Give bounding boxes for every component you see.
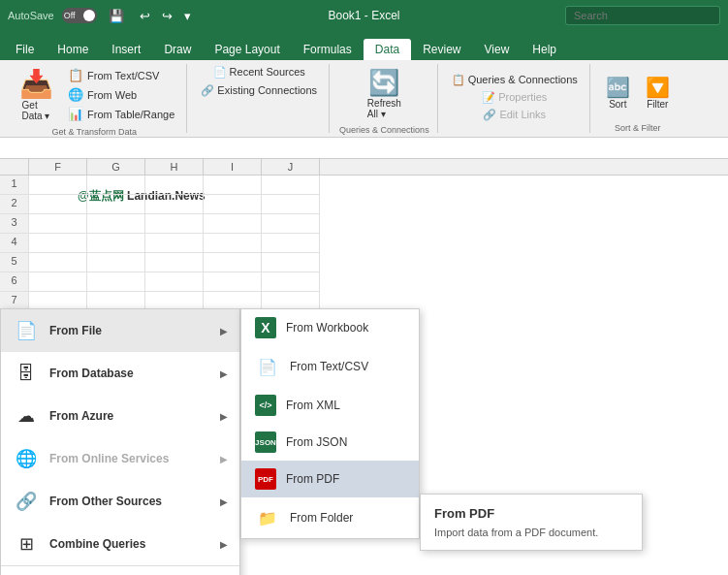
grid-cell-r3c3[interactable]	[204, 214, 262, 234]
grid-cell-r5c1[interactable]	[87, 253, 145, 272]
row-num-3: 3	[0, 214, 29, 234]
grid-cell-r2c2[interactable]	[145, 195, 204, 214]
save-button[interactable]: 💾	[105, 7, 128, 25]
col-header-g[interactable]: G	[87, 159, 145, 175]
grid-cell-r2c0[interactable]	[29, 195, 87, 214]
grid-cell-r4c1[interactable]	[87, 234, 145, 253]
undo-button[interactable]: ↩	[136, 7, 154, 25]
grid-cell-r4c2[interactable]	[145, 234, 204, 253]
grid-cell-r1c3[interactable]	[204, 176, 262, 195]
tab-review[interactable]: Review	[411, 39, 472, 60]
grid-cell-r3c1[interactable]	[87, 214, 145, 234]
submenu-from-workbook[interactable]: X From Workbook	[241, 309, 419, 346]
sort-az-button[interactable]: 🔤 Sort	[600, 72, 636, 113]
from-workbook-icon: X	[255, 317, 276, 338]
tab-home[interactable]: Home	[46, 39, 100, 60]
grid-cell-r4c0[interactable]	[29, 234, 87, 253]
grid-cell-r3c0[interactable]	[29, 214, 87, 234]
submenu-from-text-csv[interactable]: 📄 From Text/CSV	[241, 346, 419, 387]
grid-cell-r3c4[interactable]	[262, 214, 320, 234]
redo-button[interactable]: ↪	[158, 7, 176, 25]
recent-sources-btn[interactable]: 📄 Recent Sources	[209, 64, 309, 80]
filter-icon: 🔽	[646, 76, 670, 99]
menu-item-from-database[interactable]: 🗄 From Database ▶	[1, 352, 239, 395]
filter-button[interactable]: 🔽 Filter	[640, 72, 676, 113]
submenu-from-json[interactable]: JSON From JSON	[241, 424, 419, 461]
grid-cell-r4c3[interactable]	[204, 234, 262, 253]
from-file-arrow: ▶	[220, 326, 228, 336]
grid-rows: (function() { const rows = 8; const cols…	[0, 176, 728, 331]
menu-bottom-items: ⚡ Launch Power Query Editor... ⚙ Data So…	[1, 565, 239, 575]
from-file-icon: 📄	[13, 317, 40, 344]
grid-cell-r2c3[interactable]	[204, 195, 262, 214]
grid-cell-r6c3[interactable]	[204, 272, 262, 292]
submenu-from-pdf[interactable]: PDF From PDF	[241, 461, 419, 497]
row-num-6: 6	[0, 272, 29, 292]
combine-queries-arrow: ▶	[220, 539, 228, 550]
launch-pqe-item[interactable]: ⚡ Launch Power Query Editor...	[1, 566, 239, 575]
grid-cell-r6c4[interactable]	[262, 272, 320, 292]
submenu-from-xml[interactable]: </> From XML	[241, 387, 419, 424]
menu-item-from-online-services[interactable]: 🌐 From Online Services ▶	[1, 437, 239, 480]
submenu-from-folder[interactable]: 📁 From Folder	[241, 497, 419, 538]
menu-item-from-other-sources[interactable]: 🔗 From Other Sources ▶	[1, 480, 239, 523]
col-header-h[interactable]: H	[145, 159, 204, 175]
from-pdf-icon: PDF	[255, 468, 276, 490]
pdf-tooltip-title: From PDF	[434, 506, 628, 521]
menu-item-combine-queries[interactable]: ⊞ Combine Queries ▶	[1, 523, 239, 565]
grid-cell-r2c1[interactable]	[87, 195, 145, 214]
grid-cell-r1c4[interactable]	[262, 176, 320, 195]
grid-cell-r3c2[interactable]	[145, 214, 204, 234]
combine-queries-label: Combine Queries	[49, 537, 210, 551]
col-header-i[interactable]: I	[204, 159, 262, 175]
tab-view[interactable]: View	[473, 39, 522, 60]
grid-cell-r1c1[interactable]	[87, 176, 145, 195]
grid-cell-r2c4[interactable]	[262, 195, 320, 214]
customize-button[interactable]: ▾	[180, 7, 195, 25]
existing-connections-btn[interactable]: 🔗 Existing Connections	[197, 82, 321, 99]
row-num-header	[0, 159, 29, 175]
ribbon-group-sort-filter: 🔤 Sort 🔽 Filter Sort & Filter	[592, 64, 683, 133]
grid-cell-r6c1[interactable]	[87, 272, 145, 292]
grid-cell-r5c0[interactable]	[29, 253, 87, 272]
tab-data[interactable]: Data	[364, 39, 411, 60]
from-table-ribbon-btn[interactable]: 📊From Table/Range	[64, 105, 178, 123]
tab-draw[interactable]: Draw	[152, 39, 203, 60]
grid-cell-r5c3[interactable]	[204, 253, 262, 272]
grid-cell-r4c4[interactable]	[262, 234, 320, 253]
edit-links-btn[interactable]: 🔗 Edit Links	[479, 107, 550, 123]
menu-item-from-azure[interactable]: ☁ From Azure ▶	[1, 395, 239, 437]
get-data-label: GetData ▾	[22, 100, 50, 121]
autosave-toggle[interactable]: Off	[62, 8, 97, 23]
grid-cell-r1c2[interactable]	[145, 176, 204, 195]
autosave-thumb	[83, 10, 95, 21]
tab-file[interactable]: File	[4, 39, 46, 60]
ribbon-group-refresh-all-label: Queries & Connections	[339, 123, 429, 135]
grid-cell-r5c2[interactable]	[145, 253, 204, 272]
from-web-ribbon-btn[interactable]: 🌐From Web	[64, 85, 178, 104]
col-header-f[interactable]: F	[29, 159, 87, 175]
ribbon-group-get-data-label: Get & Transform Data	[51, 125, 137, 137]
row-num-1: 1	[0, 176, 29, 195]
queries-connections-btn[interactable]: 📋 Queries & Connections	[448, 72, 582, 88]
tab-page-layout[interactable]: Page Layout	[203, 39, 291, 60]
col-header-j[interactable]: J	[262, 159, 320, 175]
tab-help[interactable]: Help	[521, 39, 568, 60]
grid-cell-r6c2[interactable]	[145, 272, 204, 292]
from-other-sources-label: From Other Sources	[49, 495, 210, 508]
tab-insert[interactable]: Insert	[100, 39, 152, 60]
get-data-big-button[interactable]: 📥 GetData ▾	[10, 64, 62, 125]
grid-cell-r6c0[interactable]	[29, 272, 87, 292]
grid-cell-r1c0[interactable]	[29, 176, 87, 195]
ribbon-group-sort-filter-label: Sort & Filter	[615, 121, 661, 133]
search-input[interactable]	[565, 6, 720, 25]
from-text-csv-icon: 📄	[255, 354, 280, 379]
from-text-csv-ribbon-btn[interactable]: 📋From Text/CSV	[64, 66, 178, 84]
grid-cell-r5c4[interactable]	[262, 253, 320, 272]
refresh-all-label: RefreshAll ▾	[367, 98, 401, 119]
menu-item-from-file[interactable]: 📄 From File ▶	[1, 309, 239, 352]
from-online-services-arrow: ▶	[220, 454, 228, 464]
tab-formulas[interactable]: Formulas	[292, 39, 364, 60]
refresh-all-button[interactable]: 🔄 RefreshAll ▾	[362, 64, 407, 123]
properties-btn[interactable]: 📝 Properties	[478, 89, 551, 106]
